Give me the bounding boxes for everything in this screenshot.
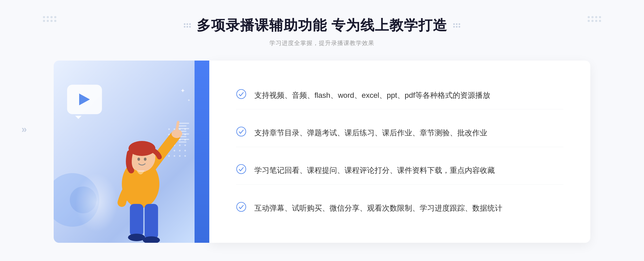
check-icon-4 (236, 202, 246, 212)
svg-point-7 (453, 23, 455, 25)
svg-rect-39 (145, 204, 158, 239)
svg-point-8 (456, 23, 458, 25)
check-icon-3 (236, 164, 246, 174)
svg-point-10 (456, 26, 458, 28)
title-right-dots (453, 23, 461, 28)
blue-accent-bar (195, 61, 209, 243)
title-row: 多项录播课辅助功能 专为线上教学打造 (183, 16, 461, 35)
content-section: ✦ ✦ (0, 61, 644, 243)
svg-point-49 (237, 127, 246, 136)
left-arrow-decoration: » (21, 125, 35, 136)
svg-point-50 (237, 165, 246, 174)
page-container: » 多项录播课辅助功能 专为线上教学打造 (0, 0, 644, 261)
svg-point-4 (186, 26, 188, 28)
feature-item-4: 互动弹幕、试听购买、微信分享、观看次数限制、学习进度跟踪、数据统计 (236, 194, 564, 222)
svg-point-12 (459, 26, 460, 28)
svg-point-1 (184, 23, 185, 25)
check-icon-2 (236, 126, 246, 137)
svg-point-11 (459, 23, 460, 25)
main-title: 多项录播课辅助功能 专为线上教学打造 (197, 16, 447, 35)
svg-point-9 (453, 26, 455, 28)
check-icon-1 (236, 89, 246, 99)
svg-point-46 (137, 158, 140, 161)
svg-point-41 (143, 236, 160, 243)
svg-point-2 (186, 23, 188, 25)
feature-text-1: 支持视频、音频、flash、word、excel、ppt、pdf等各种格式的资源… (254, 89, 490, 102)
svg-text:»: » (21, 125, 27, 135)
header-section: 多项录播课辅助功能 专为线上教学打造 学习进度全掌握，提升录播课教学效果 (183, 0, 461, 55)
svg-point-48 (237, 90, 246, 99)
svg-rect-38 (130, 204, 143, 236)
svg-point-6 (189, 26, 191, 28)
svg-point-47 (144, 158, 147, 161)
svg-point-40 (128, 234, 145, 241)
person-illustration (95, 101, 186, 243)
sparkle-2: ✦ (187, 98, 191, 102)
feature-item-2: 支持章节目录、弹题考试、课后练习、课后作业、章节测验、批改作业 (236, 119, 564, 147)
subtitle: 学习进度全掌握，提升录播课教学效果 (183, 39, 461, 47)
title-left-dots (183, 23, 191, 28)
illustration-area: ✦ ✦ (54, 61, 209, 243)
feature-item-1: 支持视频、音频、flash、word、excel、ppt、pdf等各种格式的资源… (236, 81, 564, 110)
svg-point-5 (189, 23, 191, 25)
feature-text-2: 支持章节目录、弹题考试、课后练习、课后作业、章节测验、批改作业 (254, 126, 487, 139)
feature-text-4: 互动弹幕、试听购买、微信分享、观看次数限制、学习进度跟踪、数据统计 (254, 202, 502, 215)
deco-dots-topright (588, 16, 601, 22)
sparkle-1: ✦ (180, 87, 185, 94)
content-card: 支持视频、音频、flash、word、excel、ppt、pdf等各种格式的资源… (209, 61, 590, 243)
feature-item-3: 学习笔记回看、课程提问、课程评论打分、课件资料下载，重点内容收藏 (236, 156, 564, 185)
svg-point-51 (237, 202, 246, 211)
deco-dots-topleft (43, 16, 56, 22)
feature-text-3: 学习笔记回看、课程提问、课程评论打分、课件资料下载，重点内容收藏 (254, 164, 495, 177)
play-triangle-icon (79, 94, 90, 105)
svg-point-3 (184, 26, 185, 28)
